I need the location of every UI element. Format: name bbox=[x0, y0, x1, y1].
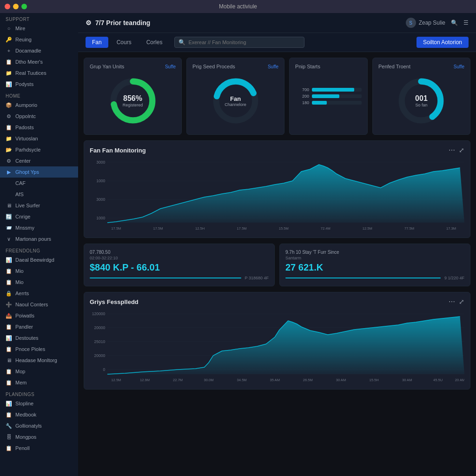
sidebar-item-live-surfer[interactable]: 🖥Live Surfer bbox=[0, 200, 78, 211]
sidebar-item-slopline[interactable]: 📊Slopline bbox=[0, 398, 78, 409]
chart-action-dots[interactable]: ⋯ bbox=[449, 146, 455, 154]
sidebar-item-mongpos[interactable]: 🗄Mongpos bbox=[0, 431, 78, 443]
sidebar-item-ghopt-yps[interactable]: ▶ Ghopt Yps bbox=[0, 166, 78, 178]
sidebar-item-padosts[interactable]: 📋Padosts bbox=[0, 122, 78, 133]
sidebar-item-pandler[interactable]: 📋Pandler bbox=[0, 321, 78, 332]
sidebar-item-label: Penoll bbox=[15, 445, 30, 451]
sidebar-item-daeal-beewirdgd[interactable]: 📊Daeal Beewirdgd bbox=[0, 254, 78, 265]
sidebar-icon: 📤 bbox=[6, 312, 12, 319]
sidebar-icon: 📋 bbox=[6, 379, 12, 386]
search-icon[interactable]: 🔍 bbox=[451, 20, 458, 26]
sidebar-item-mire[interactable]: ○Mire bbox=[0, 23, 78, 34]
sidebar-item-label: Oppolntc bbox=[15, 113, 36, 119]
svg-text:12.5H: 12.5H bbox=[195, 226, 205, 231]
chevron-right-icon: ▶ bbox=[6, 169, 12, 175]
sidebar-icon: 📋 bbox=[6, 268, 12, 274]
sidebar-item-dtho-meer's[interactable]: 📋Dtho Meer's bbox=[0, 56, 78, 67]
stat-value-0: $840 K.P - 66.01 bbox=[90, 262, 269, 273]
sidebar-item-poiwatls[interactable]: 📤Poiwatls bbox=[0, 310, 78, 321]
sidebar-item-naoul-conters[interactable]: ➕Naoul Conters bbox=[0, 299, 78, 310]
greys-chart-title: Griys Fessplledd bbox=[90, 298, 139, 305]
sidebar-icon: 📊 bbox=[6, 257, 12, 263]
svg-text:12.5M: 12.5M bbox=[363, 226, 372, 231]
header-right: S Zeap Sulie 🔍 ☰ bbox=[406, 18, 469, 28]
sidebar-icon: 📊 bbox=[6, 400, 12, 407]
sidebar-item-real-tuutices[interactable]: 📁Real Tuutices bbox=[0, 67, 78, 79]
svg-text:72.4M: 72.4M bbox=[321, 226, 331, 231]
sidebar-item-destoutes[interactable]: 📊Destoutes bbox=[0, 332, 78, 344]
metric-suffix-0[interactable]: Suffe bbox=[165, 64, 176, 69]
sidebar-item-mem[interactable]: 📋Mem bbox=[0, 377, 78, 388]
sidebar-item-virtuoslan[interactable]: 📁Virtuoslan bbox=[0, 133, 78, 144]
stat-desc-0: 07.780.50 bbox=[90, 250, 269, 255]
main-content: ⚙ 7/7 Prior teanding S Zeap Sulie 🔍 ☰ Fa… bbox=[78, 13, 476, 476]
sidebar-item-aerrts[interactable]: 🔒Aerrts bbox=[0, 288, 78, 299]
user-avatar: S bbox=[406, 18, 416, 28]
sidebar-item-label: Mire bbox=[15, 26, 25, 31]
sidebar: Support ○Mire🔑Reuing+Docamadle📋Dtho Meer… bbox=[0, 13, 78, 476]
sidebar-item-center[interactable]: ⚙Center bbox=[0, 155, 78, 166]
sidebar-item-headase-monltorg[interactable]: 🖥Headase Monltorg bbox=[0, 355, 78, 366]
metric-title-1: Prig Seed Proceds bbox=[192, 64, 235, 69]
sidebar-item-more[interactable]: ∨ Martonan pours bbox=[0, 233, 78, 245]
stat-card-1: 9.7h 10 Stay 'T Furr Since Santarm 27 62… bbox=[279, 244, 470, 286]
sidebar-item-docamadle[interactable]: +Docamadle bbox=[0, 45, 78, 56]
metric-suffix-3[interactable]: Suffe bbox=[454, 64, 464, 69]
settings-icon: ⚙ bbox=[86, 19, 92, 26]
sidebar-item-mio[interactable]: 📋Mio bbox=[0, 265, 78, 277]
fan-area-chart: 3000 1000 3000 1000 17.5M 17.5M 12.5H 17… bbox=[90, 158, 464, 232]
sidebar-icon: + bbox=[6, 47, 12, 54]
greys-chart: Griys Fessplledd ⋯ ⤢ bbox=[84, 292, 470, 390]
sidebar-icon: ⚙ bbox=[6, 113, 12, 119]
metric-suffix-1[interactable]: Suffe bbox=[268, 64, 278, 69]
sidebar-item-label: Mio bbox=[15, 279, 24, 285]
sidebar-icon: ➕ bbox=[6, 301, 12, 308]
sidebar-item-label: Center bbox=[15, 158, 31, 164]
sidebar-item-oppolntc[interactable]: ⚙Oppolntc bbox=[0, 111, 78, 122]
tab-cours[interactable]: Cours bbox=[110, 37, 138, 48]
sidebar-icon: 📨 bbox=[6, 225, 12, 231]
minimize-button[interactable] bbox=[13, 4, 19, 9]
svg-text:26.5M: 26.5M bbox=[303, 378, 313, 382]
sidebar-icon: 📁 bbox=[6, 70, 12, 76]
donut-value-1: Fan bbox=[225, 95, 246, 102]
sidebar-item-afs[interactable]: AfS bbox=[0, 189, 78, 200]
sidebar-item-pnoce-pioles[interactable]: 📋Pnoce Pioles bbox=[0, 344, 78, 355]
sidebar-item-aumporio[interactable]: 📦Aumporio bbox=[0, 99, 78, 111]
action-button[interactable]: Soilton Aotorion bbox=[416, 37, 469, 48]
sidebar-item-penoll[interactable]: 📋Penoll bbox=[0, 443, 78, 454]
menu-icon[interactable]: ☰ bbox=[463, 20, 469, 26]
sidebar-icon bbox=[6, 180, 12, 186]
sidebar-item-label: Virtuoslan bbox=[15, 136, 38, 141]
metric-card-2: Pnip Starts 700 200 180 bbox=[289, 58, 368, 135]
sidebar-icon: 🔑 bbox=[6, 36, 12, 43]
sidebar-item-label: Medbook bbox=[15, 412, 36, 417]
tab-corles[interactable]: Corles bbox=[140, 37, 169, 48]
sidebar-item-podysts[interactable]: 📊Podysts bbox=[0, 79, 78, 90]
greys-chart-action-expand[interactable]: ⤢ bbox=[459, 298, 464, 305]
sidebar-item-reuing[interactable]: 🔑Reuing bbox=[0, 34, 78, 45]
sidebar-item-cnrige[interactable]: 🔄Cnrige bbox=[0, 211, 78, 222]
chart-action-expand[interactable]: ⤢ bbox=[459, 146, 464, 154]
svg-text:12.9M: 12.9M bbox=[140, 378, 150, 382]
tab-fan[interactable]: Fan bbox=[86, 37, 108, 48]
donut-label-1: Channelore bbox=[225, 102, 246, 107]
user-info: S Zeap Sulie bbox=[406, 18, 445, 28]
header-title: ⚙ 7/7 Prior teanding bbox=[86, 19, 150, 26]
tabs-bar: Fan Cours Corles 🔍 Soilton Aotorion bbox=[78, 33, 476, 52]
metric-title-0: Grup Yan Units bbox=[90, 64, 124, 69]
close-button[interactable] bbox=[5, 4, 10, 9]
sidebar-item-mio[interactable]: 📋Mio bbox=[0, 277, 78, 288]
window-title: Mobile activiule bbox=[219, 3, 257, 10]
bar-row-2: 180 bbox=[295, 100, 362, 105]
sidebar-item-caf[interactable]: CAF bbox=[0, 178, 78, 189]
sidebar-item-parhdsycle[interactable]: 📂Parhdsycle bbox=[0, 144, 78, 155]
greys-chart-action-dots[interactable]: ⋯ bbox=[449, 298, 455, 305]
sidebar-item-mop[interactable]: 📋Mop bbox=[0, 366, 78, 377]
search-input[interactable] bbox=[188, 40, 300, 45]
sidebar-item-mnssmy[interactable]: 📨Mnssmy bbox=[0, 222, 78, 233]
maximize-button[interactable] bbox=[21, 4, 27, 9]
sidebar-item-medbook[interactable]: 📋Medbook bbox=[0, 409, 78, 420]
sidebar-item-gollionatyls[interactable]: 🔧Gollionatyls bbox=[0, 420, 78, 431]
sidebar-item-label: Daeal Beewirdgd bbox=[15, 257, 54, 263]
